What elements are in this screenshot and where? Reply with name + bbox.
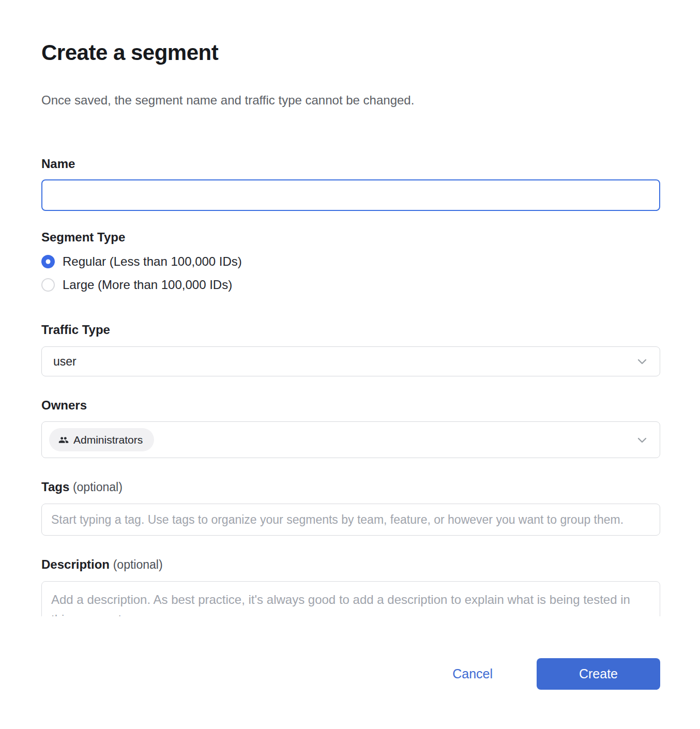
- tags-input[interactable]: [41, 504, 660, 536]
- radio-button-icon[interactable]: [41, 278, 55, 292]
- traffic-type-group: Traffic Type user: [41, 322, 660, 376]
- name-input[interactable]: [41, 179, 660, 211]
- owners-group: Owners Administrators: [41, 397, 660, 458]
- description-label-text: Description: [41, 557, 110, 571]
- radio-large-label: Large (More than 100,000 IDs): [63, 278, 232, 292]
- name-label: Name: [41, 156, 660, 172]
- description-textarea[interactable]: [41, 581, 660, 616]
- radio-regular-label: Regular (Less than 100,000 IDs): [63, 254, 242, 269]
- dialog-subtitle: Once saved, the segment name and traffic…: [41, 92, 660, 108]
- tags-label-text: Tags: [41, 480, 69, 494]
- radio-button-icon[interactable]: [41, 255, 55, 268]
- description-clip-region: [41, 581, 660, 616]
- owners-select[interactable]: Administrators: [41, 421, 660, 458]
- description-group: Description (optional): [41, 556, 660, 616]
- page-title: Create a segment: [41, 40, 660, 65]
- traffic-type-select[interactable]: user: [41, 346, 660, 376]
- create-segment-dialog: Create a segment Once saved, the segment…: [0, 0, 700, 616]
- tags-label: Tags (optional): [41, 479, 660, 495]
- create-button[interactable]: Create: [537, 658, 660, 690]
- owners-label: Owners: [41, 397, 660, 414]
- traffic-type-label: Traffic Type: [41, 322, 660, 338]
- tags-group: Tags (optional): [41, 479, 660, 536]
- segment-type-group: Segment Type Regular (Less than 100,000 …: [41, 229, 660, 292]
- owner-chip[interactable]: Administrators: [49, 428, 154, 451]
- owner-chip-label: Administrators: [73, 434, 143, 446]
- description-label: Description (optional): [41, 556, 660, 573]
- description-optional-text: (optional): [113, 558, 163, 571]
- traffic-type-value: user: [53, 355, 77, 369]
- cancel-button[interactable]: Cancel: [452, 666, 493, 681]
- segment-type-label: Segment Type: [41, 229, 660, 246]
- name-field-group: Name: [41, 156, 660, 211]
- people-icon: [58, 435, 69, 445]
- chevron-down-icon: [636, 434, 648, 446]
- tags-optional-text: (optional): [73, 480, 123, 494]
- dialog-footer: Cancel Create: [41, 658, 660, 690]
- radio-regular[interactable]: Regular (Less than 100,000 IDs): [41, 254, 660, 269]
- chevron-down-icon: [636, 355, 648, 368]
- radio-large[interactable]: Large (More than 100,000 IDs): [41, 278, 660, 292]
